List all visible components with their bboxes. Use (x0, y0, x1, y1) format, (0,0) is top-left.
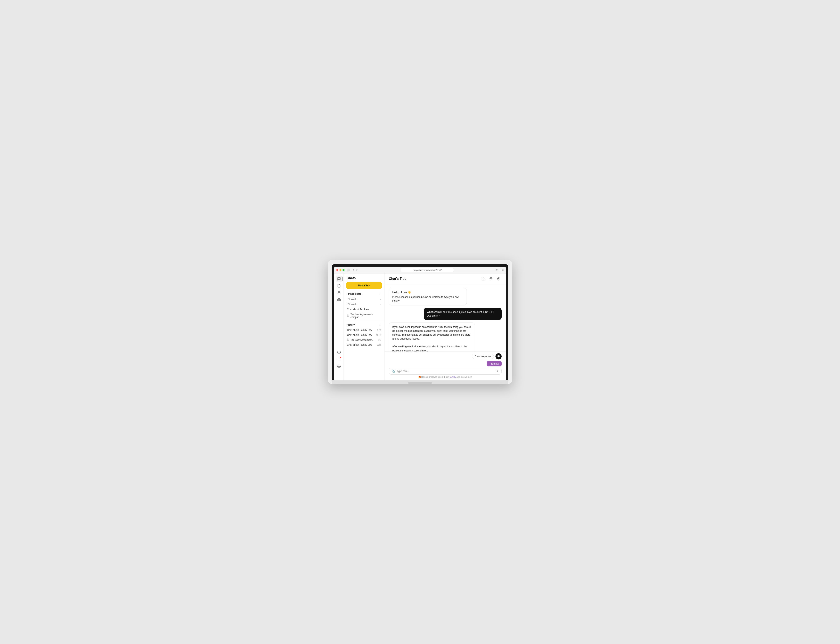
maximize-traffic-light[interactable] (343, 269, 345, 271)
share-chat-icon[interactable] (480, 276, 486, 282)
ai-response-text: If you have been injured in an accident … (392, 325, 471, 352)
svg-point-7 (491, 278, 491, 279)
history-item-3-time: Wed (377, 344, 381, 346)
ai-greeting-body: Please choose a question below, or feel … (392, 295, 463, 302)
laptop-shell: ⬜ < > app.allawyer.pro/main#/chat/ ⬆ + ⧉ (328, 260, 512, 384)
nav-info-icon[interactable] (336, 349, 342, 356)
icon-sidebar-bottom: › (336, 349, 342, 378)
history-item-1-label: Chat about Family Law (347, 334, 372, 337)
laptop-base (332, 380, 508, 384)
pinned-chats-title: Pinned chats (346, 292, 361, 295)
history-doc-icon (347, 338, 349, 342)
history-item-0-label: Chat about Family Law (347, 329, 372, 332)
screen-bezel: ⬜ < > app.allawyer.pro/main#/chat/ ⬆ + ⧉ (332, 264, 508, 380)
nav-settings-icon[interactable] (336, 363, 342, 370)
pinned-chat-tax-agreement[interactable]: Tax Law Agreements compar... (345, 312, 383, 320)
forward-btn[interactable]: > (356, 268, 359, 272)
folder-label-1: Work (351, 298, 357, 301)
folder-label-2: Work (351, 303, 357, 306)
chat-title: Chat's Title (389, 277, 406, 281)
icon-sidebar: › (334, 273, 344, 380)
chat-input[interactable] (397, 370, 494, 373)
folder-chevron-2: ∨ (380, 303, 381, 306)
chat-messages: Hello, Uroos 👋 Please choose a question … (385, 284, 506, 352)
chat-input-row: 📎 🎙 (389, 368, 502, 375)
folder-work-2[interactable]: Work ∨ (345, 302, 383, 307)
folder-icon-1 (347, 298, 349, 301)
chats-panel-title: Chats (344, 273, 384, 282)
svg-point-8 (498, 278, 499, 279)
history-item-0[interactable]: Chat about Family Law 9:36 (345, 328, 383, 333)
user-message-1: What should I do if I've been injured in… (424, 308, 502, 320)
share-btn[interactable]: ⬆ (496, 269, 498, 271)
url-bar-container: app.allawyer.pro/main#/chat/ (360, 268, 494, 272)
chats-sidebar: Chats New Chat Pinned chats ⋮ (344, 273, 385, 380)
prompts-button[interactable]: Prompts (487, 361, 502, 366)
svg-rect-1 (337, 299, 340, 301)
svg-rect-9 (497, 355, 499, 357)
ai-greeting-message: Hello, Uroos 👋 Please choose a question … (389, 288, 467, 305)
new-tab-btn[interactable]: + (499, 269, 500, 271)
pinned-chat-tax-agreement-label: Tax Law Agreements compar... (351, 313, 381, 319)
browser-nav-controls: ⬜ < > (346, 268, 359, 272)
doc-icon (347, 314, 349, 317)
history-item-2-label: Tax Law Agreement... (351, 338, 374, 342)
stop-icon-button[interactable] (495, 353, 502, 360)
pinned-list: Work ∨ Work ∨ (344, 297, 384, 320)
browser-actions: ⬆ + ⧉ (496, 269, 504, 271)
traffic-lights (336, 269, 345, 271)
stop-response-label: Stop response (475, 355, 491, 358)
history-item-1[interactable]: Chat about Family Law 10:58 (345, 333, 383, 337)
attach-icon[interactable]: 📎 (392, 370, 395, 373)
notification-badge (340, 357, 341, 358)
screen-content: ⬜ < > app.allawyer.pro/main#/chat/ ⬆ + ⧉ (334, 267, 506, 380)
history-more-btn[interactable]: ⋮ (378, 323, 382, 327)
folder-icon-2 (347, 303, 349, 306)
sidebar-toggle-btn[interactable]: ⬜ (346, 268, 351, 272)
nav-chat-icon[interactable] (336, 276, 342, 282)
history-item-3-label: Chat about Family Law (347, 343, 372, 346)
svg-point-0 (338, 291, 340, 292)
history-item-1-time: 10:58 (376, 334, 381, 336)
stop-response-button[interactable]: Stop response (472, 354, 494, 359)
mic-icon[interactable]: 🎙 (496, 370, 499, 373)
history-title: History (346, 324, 355, 326)
pinned-chats-header: Pinned chats ⋮ (344, 291, 384, 297)
close-traffic-light[interactable] (336, 269, 338, 271)
nav-document-icon[interactable] (336, 283, 342, 289)
nav-briefcase-icon[interactable] (336, 296, 342, 303)
history-item-2[interactable]: Tax Law Agreement... Thu (345, 337, 383, 342)
url-bar[interactable]: app.allawyer.pro/main#/chat/ (401, 268, 454, 272)
history-item-2-time: Thu (378, 339, 381, 341)
survey-link[interactable]: Survey (450, 376, 456, 378)
section-divider (344, 321, 384, 321)
nav-person-icon[interactable] (336, 289, 342, 296)
folder-chevron-1: ∨ (380, 298, 381, 301)
browser-chrome: ⬜ < > app.allawyer.pro/main#/chat/ ⬆ + ⧉ (334, 267, 506, 273)
sidebar-expand-icon[interactable]: › (336, 370, 342, 376)
folder-work-1[interactable]: Work ∨ (345, 297, 383, 302)
pin-chat-icon[interactable] (488, 276, 494, 282)
chat-header-actions (480, 276, 502, 282)
footer-survey-text: 🎁 Help us improve! Take a 1-min Survey a… (389, 376, 502, 378)
chat-header: Chat's Title (385, 273, 506, 284)
history-list: Chat about Family Law 9:36 Chat about Fa… (344, 328, 384, 347)
history-item-0-time: 9:36 (377, 329, 381, 331)
app-layout: › Chats New Chat Pinned chats ⋮ (334, 273, 506, 380)
pinned-chats-more-btn[interactable]: ⋮ (378, 292, 382, 296)
ai-response-message: If you have been injured in an accident … (389, 322, 475, 352)
stop-response-row: Stop response (389, 353, 502, 360)
history-item-3[interactable]: Chat about Family Law Wed (345, 342, 383, 347)
history-section-header: History ⋮ (344, 322, 384, 328)
pinned-chat-tax-law[interactable]: Chat about Tax Law (345, 307, 383, 312)
svg-point-5 (338, 366, 340, 367)
settings-chat-icon[interactable] (496, 276, 502, 282)
new-chat-button[interactable]: New Chat (346, 282, 382, 289)
chat-footer: Stop response Prompts 📎 (385, 352, 506, 380)
pinned-chat-tax-law-label: Chat about Tax Law (347, 308, 369, 311)
main-chat-area: Chat's Title (385, 273, 506, 380)
minimize-traffic-light[interactable] (340, 269, 341, 271)
tabs-btn[interactable]: ⧉ (502, 269, 504, 271)
nav-bell-icon[interactable] (336, 356, 342, 363)
back-btn[interactable]: < (352, 268, 355, 272)
